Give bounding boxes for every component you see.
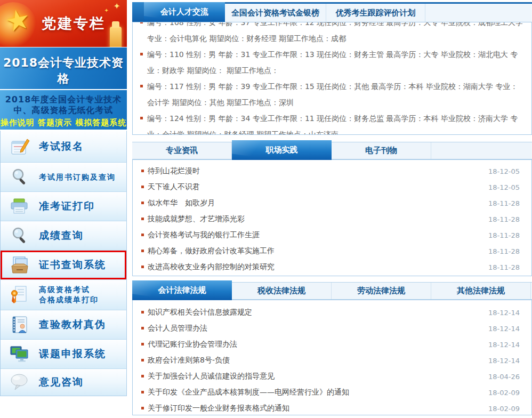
news-link[interactable]: 天下谁人不识君 [141,182,488,192]
law-date: 18-12-14 [488,325,520,333]
news-link[interactable]: 技能成就梦想、才艺增添光彩 [141,214,488,224]
tab-bar-lead [132,2,144,22]
news-link[interactable]: 精心筹备，做好政府会计改革实施工作 [141,246,488,256]
party-banner[interactable]: ★ ✦ ✦ 党建专栏 [0,0,127,47]
law-list-box: 知识产权相关会计信息披露规定 18-12-14 会计人员管理办法 18-12-1… [132,300,532,415]
paperless-banner-line1: 2018年度全国会计专业技术 [0,94,127,105]
law-tab-bar: 会计法律法规 税收法律法规 劳动法律法规 其他法律法规 [132,282,532,300]
news-link[interactable]: 待到山花烂漫时 [141,166,488,176]
news-link[interactable]: 似水年华 如歌岁月 [141,198,488,208]
list-item: 似水年华 如歌岁月 18-11-28 [133,195,531,211]
law-link[interactable]: 关于印发《企业产品成本核算制度——电网经营行业》的通知 [141,388,488,397]
list-item: 关于修订印发一般企业财务报表格式的通知 18-02-09 [133,400,531,415]
list-item: 政府会计准则第8号-负债 18-12-14 [133,352,531,368]
sidebar-item-label: 证书查询系统 [39,258,106,272]
qualification-banner-line1: 2018会计专业技术资格 [0,55,127,87]
tab-workplace-practice[interactable]: 职场实践 [232,140,332,160]
page: ★ ✦ ✦ 党建专栏 2018会计专业技术资格 考试考务日程安排及有关事项 20… [0,0,532,418]
certificate-icon [9,285,30,304]
paperless-banner-line2: 中、高级资格无纸化考试 [0,105,127,116]
law-date: 18-12-14 [488,309,520,317]
talent-listing-item[interactable]: 编号：110 性别：男 年龄：31 专业工作年限：13 现任岗位：财务主管 最高… [140,46,524,78]
news-link[interactable]: 会计资格考试与我的银行工作生涯 [141,230,488,240]
sidebar-item-book-order-query[interactable]: 考试用书订购及查询 [1,163,126,192]
tab-label: 税收法律法规 [257,286,305,296]
sidebar-menu: 考试报名 考试用书订购及查询 准考证打印 [0,131,127,396]
list-item: 技能成就梦想、才艺增添光彩 18-11-28 [133,211,531,227]
sidebar-item-exam-registration[interactable]: 考试报名 [1,131,126,163]
tab-label: 专业资讯 [166,146,198,156]
sidebar-item-label: 考试报名 [39,140,84,154]
sidebar-item-project-application[interactable]: 课题申报系统 [1,340,126,369]
firework-star-icon: ✦ [114,1,120,11]
sidebar-item-label: 高级资格考试合格成绩单打印 [39,285,99,305]
law-link[interactable]: 会计人员管理办法 [141,324,488,333]
talent-listing-item[interactable]: 编号：108 性别：女 年龄：37 专业工作年限：12 现任岗位：财务经理 最高… [140,22,524,46]
tab-other-laws[interactable]: 其他法律法规 [431,283,531,299]
law-link[interactable]: 代理记账行业协会管理办法 [141,340,488,349]
tab-label: 优秀考生跟踪评价计划 [336,8,416,18]
tab-bar-filler [431,142,532,159]
notepad-icon [9,137,30,156]
list-item: 会计人员管理办法 18-12-14 [133,320,531,336]
tab-label: 职场实践 [266,145,298,155]
law-date: 18-04-26 [488,373,520,381]
list-item: 天下谁人不识君 18-12-05 [133,179,531,195]
firework-star-icon: ✦ [104,7,109,13]
list-item: 代理记账行业协会管理办法 18-12-14 [133,336,531,352]
tab-label: 劳动法律法规 [357,286,405,296]
law-date: 18-02-09 [488,389,520,397]
tab-label: 其他法律法规 [457,286,505,296]
tab-accounting-laws[interactable]: 会计法律法规 [132,280,232,300]
law-link[interactable]: 关于加强会计人员诚信建设的指导意见 [141,372,488,381]
paperless-exam-banner[interactable]: 2018年度全国会计专业技术 中、高级资格无纸化考试 操作说明 答题演示 模拟答… [0,90,127,130]
news-date: 18-11-28 [488,263,520,271]
news-date: 18-12-05 [488,183,520,191]
talent-listing-item[interactable]: 编号：117 性别：男 年龄：39 专业工作年限：15 现任岗位：其他 最高学历… [140,78,524,110]
tab-outstanding-candidates[interactable]: 优秀考生跟踪评价计划 [326,4,425,22]
tab-e-publications[interactable]: 电子刊物 [332,142,431,159]
news-date: 18-12-05 [488,167,520,175]
tab-labor-laws[interactable]: 劳动法律法规 [332,283,431,299]
talent-listing-item[interactable]: 编号：124 性别：男 年龄：34 专业工作年限：11 现任岗位：财务总监 最高… [140,110,524,135]
news-date: 18-11-28 [488,231,520,239]
news-link[interactable]: 改进高校收支业务内部控制的对策研究 [141,262,488,272]
tab-tax-laws[interactable]: 税收法律法规 [232,283,332,299]
law-link[interactable]: 关于修订印发一般企业财务报表格式的通知 [141,404,488,413]
news-date: 18-11-28 [488,199,520,207]
sidebar-item-feedback[interactable]: 意见咨询 [1,369,126,396]
list-item: 会计资格考试与我的银行工作生涯 18-11-28 [133,227,531,243]
sidebar-item-label: 意见咨询 [39,375,84,389]
list-item: 关于加强会计人员诚信建设的指导意见 18-04-26 [133,368,531,384]
sidebar-item-score-query[interactable]: 成绩查询 [1,221,126,251]
list-item: 待到山花烂漫时 18-12-05 [133,163,531,179]
law-link[interactable]: 知识产权相关会计信息披露规定 [141,308,488,317]
sidebar-item-admission-ticket-print[interactable]: 准考证打印 [1,192,126,221]
party-banner-title: 党建专栏 [42,14,106,33]
tab-bar-filler [425,4,532,22]
sidebar-item-textbook-verify[interactable]: 查验教材真伪 [1,310,126,340]
tab-label: 全国会计资格考试金银榜 [231,8,319,18]
sidebar-item-label: 课题申报系统 [39,347,106,361]
law-date: 18-12-14 [488,357,520,365]
sidebar-item-label: 考试用书订购及查询 [39,172,116,182]
news-date: 18-11-28 [488,247,520,255]
magnifier-icon [9,226,30,245]
tab-label: 电子刊物 [365,146,397,156]
talent-tab-bar: 会计人才交流 全国会计资格考试金银榜 优秀考生跟踪评价计划 [132,2,532,22]
tab-professional-info[interactable]: 专业资讯 [132,142,232,159]
tab-talent-exchange[interactable]: 会计人才交流 [144,2,225,22]
list-item: 改进高校收支业务内部控制的对策研究 18-11-28 [133,259,531,275]
tab-gold-silver-list[interactable]: 全国会计资格考试金银榜 [225,4,326,22]
qualification-banner[interactable]: 2018会计专业技术资格 考试考务日程安排及有关事项 [0,47,127,89]
lantern-tower-icon [110,27,122,47]
news-list-box: 待到山花烂漫时 18-12-05 天下谁人不识君 18-12-05 似水年华 如… [132,159,532,276]
sidebar-item-label: 准考证打印 [39,199,95,213]
sidebar-item-label: 查验教材真伪 [39,318,106,332]
printer-icon [9,197,30,216]
tab-label: 会计人才交流 [160,7,208,17]
sidebar-item-senior-transcript-print[interactable]: 高级资格考试合格成绩单打印 [1,280,126,310]
law-link[interactable]: 政府会计准则第8号-负债 [141,356,488,365]
sidebar-item-certificate-query[interactable]: 证书查询系统 [1,251,126,280]
monitors-icon [9,344,30,364]
